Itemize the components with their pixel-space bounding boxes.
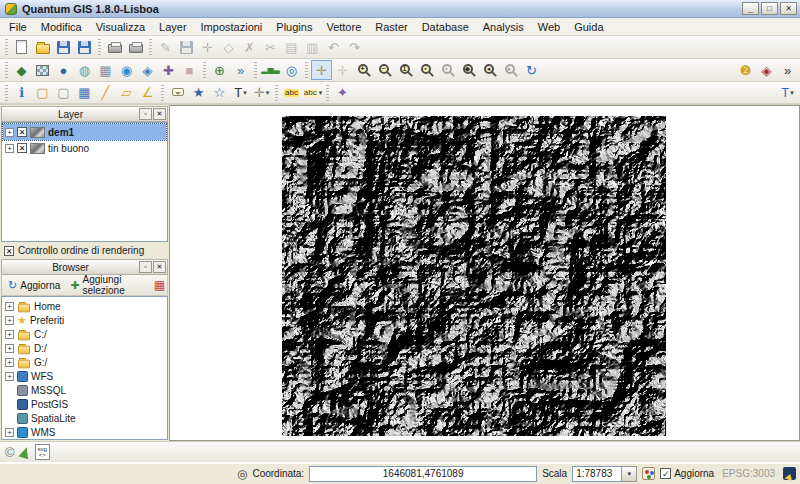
minimize-button[interactable]: _	[742, 2, 759, 15]
toolbar-handle[interactable]	[275, 85, 278, 101]
browser-item-mssql[interactable]: MSSQL	[3, 383, 166, 397]
move-feature-button[interactable]: ✛	[197, 37, 218, 57]
open-project-button[interactable]	[32, 37, 53, 57]
menu-raster[interactable]: Raster	[368, 19, 414, 35]
text-annotation-button[interactable]: T▾	[230, 83, 251, 103]
toolbar-handle[interactable]	[98, 39, 101, 55]
zoom-to-selection-button[interactable]: ▪	[437, 60, 458, 80]
add-postgis-layer-button[interactable]: ●	[53, 60, 74, 80]
layer-visibility-checkbox[interactable]: ✕	[17, 143, 27, 153]
menu-visualizza[interactable]: Visualizza	[89, 19, 152, 35]
expander-icon[interactable]: +	[5, 330, 14, 339]
select-features-button[interactable]: ▢	[32, 83, 53, 103]
menu-web[interactable]: Web	[531, 19, 567, 35]
add-mssql-layer-button[interactable]: ▦	[95, 60, 116, 80]
expander-icon[interactable]: +	[5, 428, 14, 437]
delete-selected-button[interactable]: ✗	[239, 37, 260, 57]
add-vector-layer-button[interactable]: ◆	[11, 60, 32, 80]
layer-panel-float-button[interactable]: ▫	[139, 108, 152, 120]
add-raster-layer-button[interactable]	[32, 60, 53, 80]
maximize-button[interactable]: □	[761, 2, 778, 15]
browser-item-postgis[interactable]: PostGIS	[3, 397, 166, 411]
etopo-plugin-button[interactable]: ❷	[735, 60, 756, 80]
close-button[interactable]: ✕	[780, 2, 797, 15]
browser-item-home[interactable]: +Home	[3, 299, 166, 313]
titlebar[interactable]: Quantum GIS 1.8.0-Lisboa _ □ ✕	[0, 0, 800, 18]
toolbar-handle[interactable]	[305, 62, 308, 78]
new-shapefile-layer-button[interactable]: ✚	[158, 60, 179, 80]
browser-item-wms[interactable]: +WMS	[3, 425, 166, 439]
remove-layer-button[interactable]: ■	[179, 60, 200, 80]
show-bookmarks-button[interactable]: ☆	[209, 83, 230, 103]
deselect-features-button[interactable]: ▢	[53, 83, 74, 103]
new-project-button[interactable]	[11, 37, 32, 57]
zoom-to-layer-button[interactable]: ◆	[458, 60, 479, 80]
browser-refresh-button[interactable]: ↻ Aggiorna	[4, 278, 64, 293]
new-bookmark-button[interactable]: ★	[188, 83, 209, 103]
expander-icon[interactable]: +	[5, 316, 14, 325]
new-print-composer-button[interactable]	[104, 37, 125, 57]
expander-icon[interactable]: +	[5, 128, 14, 137]
expander-icon[interactable]: +	[5, 144, 14, 153]
toolbar-overflow-button[interactable]: »	[777, 60, 798, 80]
render-checkbox[interactable]: ✓ Aggiorna	[660, 468, 714, 479]
move-annotation-button[interactable]: ✛▾	[251, 83, 272, 103]
menu-impostazioni[interactable]: Impostazioni	[194, 19, 270, 35]
browser-panel-close-button[interactable]: ✕	[153, 261, 166, 273]
expander-icon[interactable]: +	[5, 358, 14, 367]
measure-area-button[interactable]: ▱	[116, 83, 137, 103]
menu-analysis[interactable]: Analysis	[476, 19, 531, 35]
layer-visibility-checkbox[interactable]: ✕	[17, 127, 27, 137]
toolbar-handle[interactable]	[5, 85, 8, 101]
browser-item-preferiti[interactable]: +★Preferiti	[3, 313, 166, 327]
identify-features-button[interactable]: ℹ	[11, 83, 32, 103]
zoom-actual-size-button[interactable]: 1	[395, 60, 416, 80]
map-refresh-button[interactable]: ↻	[521, 60, 542, 80]
save-edits-button[interactable]	[176, 37, 197, 57]
menu-layer[interactable]: Layer	[152, 19, 194, 35]
measure-line-button[interactable]: ╱	[95, 83, 116, 103]
label-properties-button[interactable]: abc▾	[302, 83, 323, 103]
menu-database[interactable]: Database	[415, 19, 476, 35]
zoom-last-button[interactable]: ◂	[479, 60, 500, 80]
svg-annotation-icon[interactable]: svg <>	[35, 444, 50, 460]
menu-file[interactable]: File	[2, 19, 34, 35]
style-manager-button[interactable]: ✦	[332, 83, 353, 103]
pan-map-button[interactable]: ✛	[311, 60, 332, 80]
browser-tree[interactable]: +Home+★Preferiti+C:/+D:/+G:/+WFSMSSQLPos…	[1, 296, 168, 440]
hillshade-raster[interactable]	[282, 116, 666, 436]
undo-button[interactable]: ↶	[323, 37, 344, 57]
browser-item-c[interactable]: +C:/	[3, 327, 166, 341]
add-wms-layer-button[interactable]: ◉	[116, 60, 137, 80]
render-order-checkbox[interactable]: ✕	[4, 246, 14, 256]
composer-manager-button[interactable]	[125, 37, 146, 57]
map-tips-button[interactable]	[167, 83, 188, 103]
labeling-button[interactable]: abc	[281, 83, 302, 103]
open-attribute-table-button[interactable]: ▦	[74, 83, 95, 103]
road-graph-plugin-button[interactable]: ◈	[756, 60, 777, 80]
north-arrow-icon[interactable]	[18, 445, 31, 459]
toolbar-handle[interactable]	[5, 39, 8, 55]
layer-item-dem1[interactable]: +✕dem1	[3, 124, 166, 140]
layer-panel-header[interactable]: Layer ▫ ✕	[1, 106, 168, 122]
toolbar-handle[interactable]	[149, 39, 152, 55]
expander-icon[interactable]: +	[5, 372, 14, 381]
browser-item-d[interactable]: +D:/	[3, 341, 166, 355]
redo-button[interactable]: ↷	[344, 37, 365, 57]
add-spatialite-layer-button[interactable]: ◍	[74, 60, 95, 80]
menu-plugins[interactable]: Plugins	[269, 19, 319, 35]
menu-vettore[interactable]: Vettore	[319, 19, 368, 35]
coordinate-input[interactable]: 1646081,4761089	[309, 466, 537, 482]
measure-angle-button[interactable]: ∠	[137, 83, 158, 103]
toolbar-handle[interactable]	[203, 62, 206, 78]
scale-combo[interactable]: 1:78783 ▾	[572, 466, 637, 482]
toolbar-handle[interactable]	[326, 85, 329, 101]
copy-features-button[interactable]: ▤	[281, 37, 302, 57]
browser-item-g[interactable]: +G:/	[3, 355, 166, 369]
save-project-button[interactable]	[53, 37, 74, 57]
zoom-out-button[interactable]: −	[374, 60, 395, 80]
cut-features-button[interactable]: ✂	[260, 37, 281, 57]
layer-item-tin-buono[interactable]: +✕tin buono	[3, 140, 166, 156]
menu-guida[interactable]: Guida	[567, 19, 610, 35]
map-canvas[interactable]	[170, 105, 800, 441]
